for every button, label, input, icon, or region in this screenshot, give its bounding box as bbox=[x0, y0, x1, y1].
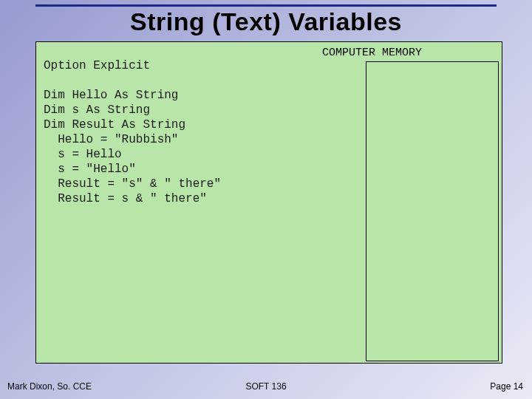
title-rule bbox=[35, 4, 497, 7]
footer-page: Page 14 bbox=[490, 381, 523, 392]
memory-label: COMPUTER MEMORY bbox=[322, 47, 422, 59]
footer-course: SOFT 136 bbox=[0, 381, 532, 392]
content-panel: COMPUTER MEMORY Option Explicit Dim Hell… bbox=[35, 41, 502, 364]
memory-box bbox=[366, 61, 499, 361]
code-block: Option Explicit Dim Hello As String Dim … bbox=[44, 58, 221, 206]
slide-title: String (Text) Variables bbox=[0, 7, 532, 36]
slide: String (Text) Variables COMPUTER MEMORY … bbox=[0, 0, 532, 399]
footer: Mark Dixon, So. CCE SOFT 136 Page 14 bbox=[0, 377, 532, 392]
